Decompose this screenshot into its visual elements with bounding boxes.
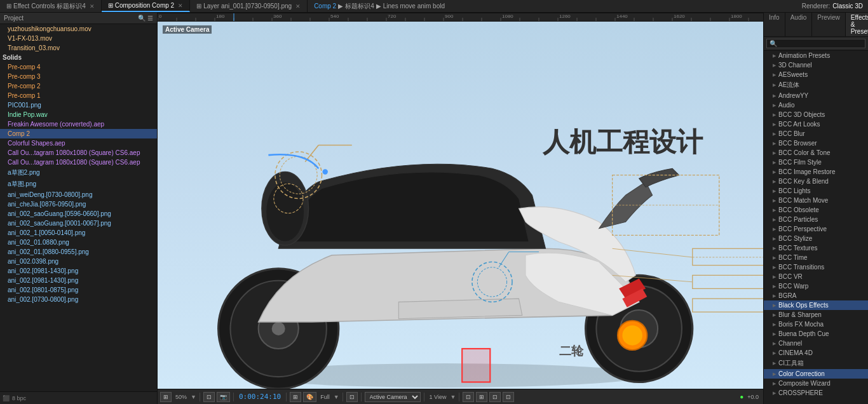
tab-comp2[interactable]: ⊞ Composition Comp 2 ✕: [102, 0, 190, 12]
project-item[interactable]: Colorful Shapes.aep: [0, 138, 157, 148]
effect-item[interactable]: BCC Image Restore: [764, 167, 868, 177]
project-item[interactable]: ani_002.0398.png: [0, 257, 157, 266]
project-item[interactable]: Pre-comp 4: [0, 62, 157, 72]
project-item[interactable]: Pre-comp 3: [0, 72, 157, 81]
effect-item[interactable]: BCC Perspective: [764, 224, 868, 234]
project-item[interactable]: ani_002_01.[0880-0955].png: [0, 247, 157, 257]
view-options-button[interactable]: ⊡: [346, 392, 358, 402]
close-icon[interactable]: ✕: [90, 3, 95, 10]
effects-search-input[interactable]: [766, 39, 865, 48]
effect-item[interactable]: AE流体: [764, 79, 868, 91]
effect-item[interactable]: BCC Browser: [764, 138, 868, 148]
project-item[interactable]: ani_weiDeng.[0730-0800].png: [0, 190, 157, 199]
effect-item[interactable]: Channel: [764, 339, 868, 348]
stereo-button[interactable]: ⊡: [463, 392, 474, 402]
svg-point-34: [323, 169, 328, 174]
tab-effect-controls[interactable]: ⊞ Effect Controls 标题标识4 ✕: [0, 0, 102, 12]
project-item[interactable]: Call Ou...tagram 1080x1080 (Square) CS6.…: [0, 158, 157, 167]
effect-item[interactable]: Boris FX Mocha: [764, 320, 868, 329]
effect-item[interactable]: BCC Color & Tone: [764, 148, 868, 158]
project-item[interactable]: ani_cheJia.[0876-0950].png: [0, 199, 157, 209]
motion-blur-button[interactable]: ⊡: [489, 392, 501, 402]
effect-item[interactable]: CROSSPHERE: [764, 388, 868, 398]
effect-item[interactable]: BCC Stylize: [764, 234, 868, 243]
project-item[interactable]: ani_002_01.0880.png: [0, 238, 157, 247]
project-item[interactable]: Pre-comp 2: [0, 81, 157, 91]
effect-item[interactable]: BGRA: [764, 291, 868, 300]
effect-item[interactable]: BCC VR: [764, 272, 868, 281]
effect-item[interactable]: AndrewYY: [764, 91, 868, 100]
grid-button[interactable]: ⊞: [290, 392, 301, 402]
search-icon[interactable]: 🔍: [138, 15, 146, 22]
project-item[interactable]: ani_002_saoGuang.[0001-0067].png: [0, 219, 157, 228]
project-item[interactable]: Comp 2: [0, 129, 157, 138]
project-item[interactable]: ani_002.[0730-0800].png: [0, 295, 157, 304]
project-item[interactable]: Solids: [0, 53, 157, 62]
middle-panel: 二轮 S: [158, 13, 763, 404]
tab-effects-presets[interactable]: Effects & Presets: [846, 13, 868, 36]
tab-preview[interactable]: Preview: [812, 13, 846, 36]
project-item[interactable]: ani_002.[0801-0875].png: [0, 285, 157, 295]
effect-item[interactable]: Blur & Sharpen: [764, 310, 868, 320]
effect-item[interactable]: BCC Warp: [764, 281, 868, 291]
project-item[interactable]: yuzhoushikongchuansuo.mov: [0, 24, 157, 34]
effect-item[interactable]: BCC Particles: [764, 215, 868, 224]
effect-item[interactable]: Animation Presets: [764, 51, 868, 60]
close-icon-layer[interactable]: ✕: [295, 3, 301, 10]
tab-info[interactable]: Info: [764, 13, 785, 36]
effect-item[interactable]: 3D Channel: [764, 60, 868, 70]
panel-menu-icon[interactable]: ☰: [147, 15, 153, 22]
project-item[interactable]: Transition_03.mov: [0, 43, 157, 53]
effect-item[interactable]: BCC Key & Blend: [764, 177, 868, 186]
project-item[interactable]: ani_002.[0981-1430].png: [0, 266, 157, 276]
left-panel-header: Project 🔍 ☰: [0, 13, 157, 24]
project-item[interactable]: ani_002_1.[0050-0140].png: [0, 228, 157, 238]
effect-item[interactable]: BCC Film Style: [764, 158, 868, 167]
project-item[interactable]: a草图.png: [0, 178, 157, 190]
effect-item[interactable]: BCC Art Looks: [764, 119, 868, 129]
fit-frame-button[interactable]: ⊡: [203, 392, 215, 402]
project-item[interactable]: PIC001.png: [0, 100, 157, 110]
effect-item[interactable]: Composite Wizard: [764, 379, 868, 388]
effect-item[interactable]: BCC Time: [764, 253, 868, 262]
effect-item[interactable]: Color Correction: [764, 369, 868, 379]
effect-item[interactable]: BCC Obsolete: [764, 205, 868, 215]
effect-item[interactable]: CINEMA 4D: [764, 348, 868, 358]
tab-layer[interactable]: ⊞ Layer ani_001.[0730-0950].png ✕: [190, 0, 308, 12]
effect-item[interactable]: BCC Lights: [764, 186, 868, 196]
project-item[interactable]: Pre-comp 1: [0, 91, 157, 100]
zoom-down-icon[interactable]: ▼: [191, 394, 196, 400]
project-list: yuzhoushikongchuansuo.movV1-FX-013.movTr…: [0, 24, 157, 391]
render-button[interactable]: ⊡: [503, 392, 514, 402]
close-icon-comp2[interactable]: ✕: [178, 3, 183, 9]
project-item[interactable]: V1-FX-013.mov: [0, 34, 157, 43]
effect-item[interactable]: BCC Blur: [764, 129, 868, 138]
effect-item[interactable]: AESweets: [764, 70, 868, 79]
full-down-icon[interactable]: ▼: [334, 394, 339, 400]
effect-item[interactable]: BCC Match Move: [764, 196, 868, 205]
tab-audio[interactable]: Audio: [785, 13, 813, 36]
channels-button[interactable]: 🎨: [303, 392, 316, 402]
project-item[interactable]: ani_002.[0981-1430].png: [0, 276, 157, 285]
magnifier-button[interactable]: ⊞: [160, 392, 172, 402]
project-item[interactable]: ani_002_saoGuang.[0596-0660].png: [0, 209, 157, 219]
view-mode-down-icon[interactable]: ▼: [450, 394, 456, 400]
toolbar-separator-1: [200, 393, 200, 401]
effect-item[interactable]: Audio: [764, 100, 868, 110]
view-mode-label: 1 View: [428, 394, 449, 400]
project-item[interactable]: Freakin Awesome (converted).aep: [0, 119, 157, 129]
svg-rect-21: [693, 248, 763, 265]
effect-item[interactable]: CI工具箱: [764, 358, 868, 369]
effect-item[interactable]: Buena Depth Cue: [764, 329, 868, 339]
camera-select[interactable]: Active Camera: [365, 392, 421, 402]
3d-button[interactable]: ⊞: [476, 392, 487, 402]
project-item[interactable]: Indie Pop.wav: [0, 110, 157, 119]
toolbar-separator-2: [233, 393, 234, 401]
project-item[interactable]: Call Ou...tagram 1080x1080 (Square) CS6.…: [0, 148, 157, 158]
effect-item[interactable]: Black Ops Effects: [764, 300, 868, 310]
project-item[interactable]: a草图2.png: [0, 167, 157, 178]
effect-item[interactable]: BCC 3D Objects: [764, 110, 868, 119]
effect-item[interactable]: BCC Transitions: [764, 262, 868, 272]
snapshot-button[interactable]: 📷: [217, 392, 230, 402]
effect-item[interactable]: BCC Textures: [764, 243, 868, 253]
